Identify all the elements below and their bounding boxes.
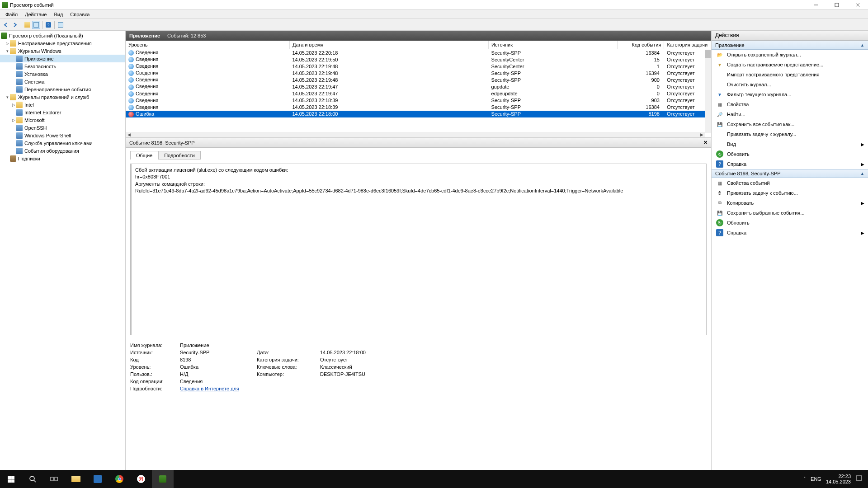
tree-windows-logs[interactable]: ▾Журналы Windows <box>0 47 125 55</box>
forward-button[interactable] <box>11 21 19 29</box>
menu-file[interactable]: Файл <box>2 11 21 18</box>
action-refresh[interactable]: ↻Обновить <box>712 149 868 159</box>
tray-lang[interactable]: ENG <box>811 476 821 482</box>
maximize-button[interactable] <box>826 0 847 10</box>
search-button[interactable] <box>22 470 43 488</box>
event-row[interactable]: Ошибка14.05.2023 22:18:00Security-SPP819… <box>126 111 711 117</box>
collapse-icon[interactable]: ▾ <box>5 95 10 99</box>
online-help-link[interactable]: Справка в Интернете для <box>180 386 252 391</box>
actions-section-app[interactable]: Приложение▲ <box>712 41 868 50</box>
chrome-button[interactable] <box>108 470 130 488</box>
tab-details[interactable]: Подробности <box>158 151 201 160</box>
info-icon <box>128 91 134 97</box>
tree-keymgmt[interactable]: Служба управления ключами <box>0 139 125 147</box>
action-view[interactable]: Вид▶ <box>712 139 868 149</box>
action-open-saved[interactable]: 📂Открыть сохраненный журнал... <box>712 50 868 60</box>
tree-powershell[interactable]: Windows PowerShell <box>0 131 125 139</box>
menu-view[interactable]: Вид <box>50 11 66 18</box>
action-clear-log[interactable]: Очистить журнал... <box>712 80 868 89</box>
action-properties[interactable]: ▦Свойства <box>712 99 868 109</box>
close-button[interactable] <box>847 0 868 10</box>
tree-application[interactable]: Приложение <box>0 55 125 62</box>
info-icon <box>128 98 134 103</box>
col-task[interactable]: Категория задачи <box>664 41 711 49</box>
event-row[interactable]: Сведения14.05.2023 22:18:39Security-SPP9… <box>126 97 711 104</box>
tray-chevron-icon[interactable]: ˄ <box>803 476 806 482</box>
windows-icon <box>8 476 14 483</box>
tree-openssh[interactable]: OpenSSH <box>0 124 125 131</box>
tab-general[interactable]: Общие <box>130 151 158 160</box>
tree-custom-views[interactable]: ▷Настраиваемые представления <box>0 39 125 47</box>
action-help-2[interactable]: ?Справка▶ <box>712 228 868 238</box>
tree-setup[interactable]: Установка <box>0 70 125 78</box>
event-list[interactable]: Уровень Дата и время Источник Код событи… <box>126 41 711 138</box>
actions-section-event[interactable]: Событие 8198, Security-SPP▲ <box>712 169 868 178</box>
close-detail-button[interactable]: ✕ <box>703 140 708 145</box>
tree-subscriptions[interactable]: Подписки <box>0 155 125 162</box>
event-row[interactable]: Сведения14.05.2023 22:19:50SecurityCente… <box>126 56 711 63</box>
yandex-button[interactable]: Я <box>130 470 152 488</box>
action-attach-task-event[interactable]: ⏱Привязать задачу к событию... <box>712 188 868 198</box>
tree-forwarded[interactable]: Перенаправленные события <box>0 85 125 93</box>
tree-system[interactable]: Система <box>0 78 125 85</box>
action-find[interactable]: 🔎Найти... <box>712 109 868 119</box>
event-count: Событий: 12 853 <box>167 33 206 38</box>
notifications-icon[interactable] <box>855 475 863 483</box>
log-icon <box>16 148 23 154</box>
action-save-all[interactable]: 💾Сохранить все события как... <box>712 119 868 129</box>
event-row[interactable]: Сведения14.05.2023 22:18:39Security-SPP1… <box>126 104 711 111</box>
col-eventid[interactable]: Код события <box>617 41 664 49</box>
action-filter-log[interactable]: ▼Фильтр текущего журнала... <box>712 89 868 99</box>
expand-icon[interactable]: ▷ <box>11 103 16 107</box>
event-row[interactable]: Сведения14.05.2023 22:19:47edgeupdate0От… <box>126 90 711 97</box>
show-hide-tree-button[interactable] <box>23 21 31 29</box>
navigation-tree[interactable]: Просмотр событий (Локальный) ▷Настраивае… <box>0 31 126 470</box>
col-source[interactable]: Источник <box>489 41 618 49</box>
event-row[interactable]: Сведения14.05.2023 22:20:18Security-SPP1… <box>126 49 711 56</box>
expand-icon[interactable]: ▷ <box>11 118 16 122</box>
menu-action[interactable]: Действие <box>21 11 50 18</box>
menu-help[interactable]: Справка <box>66 11 93 18</box>
start-button[interactable] <box>0 470 22 488</box>
tree-ie[interactable]: Internet Explorer <box>0 108 125 116</box>
event-row[interactable]: Сведения14.05.2023 22:19:48Security-SPP9… <box>126 76 711 83</box>
action-copy[interactable]: ⧉Копировать▶ <box>712 198 868 208</box>
action-help[interactable]: ?Справка▶ <box>712 159 868 169</box>
eventviewer-taskbar-button[interactable] <box>152 470 174 488</box>
subscription-icon <box>10 155 16 162</box>
col-date[interactable]: Дата и время <box>289 41 488 49</box>
action-import-custom[interactable]: Импорт настраиваемого представления <box>712 70 868 80</box>
horizontal-scrollbar[interactable]: ◀▶ <box>126 132 705 137</box>
tree-root[interactable]: Просмотр событий (Локальный) <box>0 32 125 39</box>
action-event-props[interactable]: ▦Свойства событий <box>712 178 868 188</box>
toolbar-btn-3[interactable] <box>57 21 65 29</box>
minimize-button[interactable] <box>806 0 826 10</box>
tree-microsoft[interactable]: ▷Microsoft <box>0 116 125 124</box>
collapse-icon[interactable]: ▾ <box>5 49 10 53</box>
event-row[interactable]: Сведения14.05.2023 22:19:48SecurityCente… <box>126 63 711 70</box>
explorer-button[interactable] <box>65 470 87 488</box>
vertical-scrollbar[interactable] <box>705 50 711 133</box>
action-create-custom[interactable]: ▼Создать настраиваемое представление... <box>712 60 868 70</box>
taskbar[interactable]: Я ˄ ENG 22:23 14.05.2023 <box>0 470 868 488</box>
tree-security[interactable]: Безопасность <box>0 62 125 70</box>
event-row[interactable]: Сведения14.05.2023 22:19:47gupdate0Отсут… <box>126 83 711 90</box>
system-tray[interactable]: ˄ ENG 22:23 14.05.2023 <box>803 474 868 484</box>
expand-icon[interactable]: ▷ <box>5 41 10 46</box>
action-attach-task[interactable]: Привязать задачу к журналу... <box>712 129 868 139</box>
tray-clock[interactable]: 22:23 14.05.2023 <box>826 474 851 484</box>
event-row[interactable]: Сведения14.05.2023 22:19:48Security-SPP1… <box>126 70 711 76</box>
back-button[interactable] <box>2 21 10 29</box>
tree-hwevents[interactable]: События оборудования <box>0 147 125 155</box>
col-level[interactable]: Уровень <box>126 41 289 49</box>
action-refresh-2[interactable]: ↻Обновить <box>712 218 868 228</box>
task-icon: ⏱ <box>716 189 723 197</box>
help-button[interactable]: ? <box>44 21 52 29</box>
action-save-selected[interactable]: 💾Сохранить выбранные события... <box>712 208 868 218</box>
tree-app-svc-logs[interactable]: ▾Журналы приложений и служб <box>0 93 125 101</box>
properties-icon: ▦ <box>716 179 723 187</box>
tree-intel[interactable]: ▷Intel <box>0 101 125 108</box>
store-button[interactable] <box>87 470 108 488</box>
task-view-button[interactable] <box>43 470 65 488</box>
toolbar-btn-2[interactable] <box>32 21 40 29</box>
